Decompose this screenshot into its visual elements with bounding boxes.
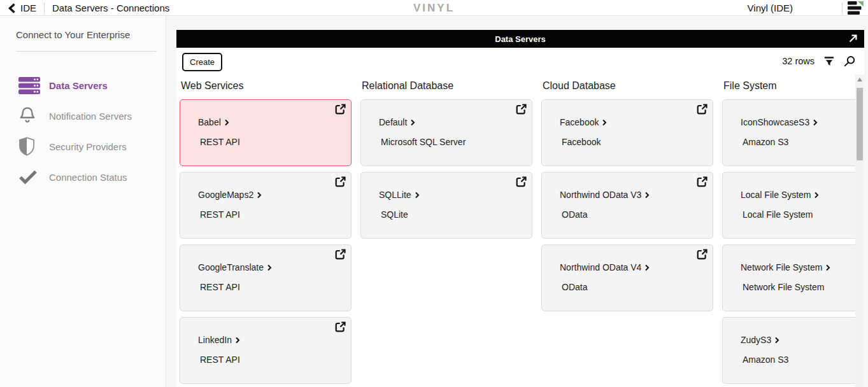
- column-file-system: File System IconShowcaseS3 Amazon S3 Loc…: [722, 74, 864, 387]
- card-zudys3[interactable]: ZudyS3 Amazon S3: [722, 317, 864, 384]
- column-cloud-database: Cloud Database Facebook Facebook Northwi…: [541, 74, 713, 387]
- sidebar-item-label: Connection Status: [49, 172, 127, 183]
- card-title[interactable]: Network File System: [741, 262, 822, 272]
- sidebar-nav: Data Servers Notification Servers Securi…: [0, 70, 166, 192]
- card-network-file-system[interactable]: Network File System Network File System: [722, 244, 864, 311]
- card-subtitle: Local File System: [743, 209, 864, 220]
- card-title[interactable]: GoogleMaps2: [198, 190, 253, 200]
- open-in-new-icon[interactable]: [697, 176, 708, 190]
- sidebar-item-label: Notification Servers: [49, 111, 132, 122]
- sidebar-item-security-providers[interactable]: Security Providers: [0, 131, 166, 162]
- card-local-file-system[interactable]: Local File System Local File System: [722, 172, 864, 239]
- chevron-right-icon: [813, 119, 818, 126]
- chevron-right-icon: [644, 192, 650, 199]
- chevron-right-icon: [644, 264, 650, 271]
- sidebar-divider: [16, 51, 157, 52]
- create-button[interactable]: Create: [182, 53, 222, 71]
- sidebar-heading: Connect to Your Enterprise: [16, 29, 166, 40]
- chevron-right-icon: [267, 264, 272, 271]
- card-subtitle: REST API: [200, 355, 343, 365]
- card-subtitle: OData: [562, 209, 705, 220]
- open-in-new-icon[interactable]: [516, 104, 527, 117]
- card-subtitle: Amazon S3: [743, 137, 864, 147]
- card-iconshowcases3[interactable]: IconShowcaseS3 Amazon S3: [722, 99, 864, 166]
- card-subtitle: OData: [562, 282, 705, 292]
- search-icon[interactable]: [844, 55, 855, 67]
- open-in-new-icon[interactable]: [335, 321, 346, 335]
- card-title[interactable]: Facebook: [560, 117, 599, 127]
- chevron-right-icon: [602, 119, 607, 126]
- chevron-right-icon: [825, 264, 830, 271]
- filter-icon[interactable]: [824, 56, 834, 66]
- toolbar-right-group: 32 rows: [782, 48, 855, 74]
- panel-header: Data Servers: [176, 30, 864, 48]
- chevron-right-icon: [774, 337, 779, 344]
- sidebar-item-data-servers[interactable]: Data Servers: [0, 70, 166, 101]
- card-subtitle: REST API: [200, 282, 343, 292]
- card-default[interactable]: Default Microsoft SQL Server: [360, 99, 532, 166]
- card-title[interactable]: Northwind OData V3: [560, 190, 641, 200]
- chevron-right-icon: [224, 119, 229, 126]
- card-subtitle: REST API: [200, 209, 343, 220]
- column-header: File System: [723, 80, 864, 91]
- card-title[interactable]: IconShowcaseS3: [741, 117, 809, 127]
- column-header: Relational Database: [362, 80, 532, 91]
- card-title[interactable]: Default: [379, 117, 407, 127]
- chevron-right-icon: [235, 337, 240, 344]
- chevron-right-icon: [415, 192, 420, 199]
- card-subtitle: Facebook: [562, 137, 705, 147]
- card-northwind-odata-v4[interactable]: Northwind OData V4 OData: [541, 244, 713, 311]
- toolbar: Create 32 rows: [176, 48, 864, 74]
- card-googlemaps2[interactable]: GoogleMaps2 REST API: [180, 172, 352, 239]
- data-servers-panel: Data Servers Create 32 rows: [176, 30, 864, 387]
- vertical-scrollbar[interactable]: [855, 74, 864, 387]
- column-header: Web Services: [181, 80, 352, 91]
- expand-icon[interactable]: [848, 34, 858, 46]
- card-subtitle: SQLite: [381, 209, 524, 220]
- app-context-label[interactable]: Vinyl (IDE): [748, 3, 793, 13]
- open-in-new-icon[interactable]: [516, 176, 527, 190]
- card-title[interactable]: ZudyS3: [741, 335, 771, 345]
- vinyl-wordmark: VINYL: [0, 2, 868, 15]
- card-title[interactable]: Babel: [198, 117, 221, 127]
- chevron-right-icon: [257, 192, 262, 199]
- connections-grid: Web Services Babel REST API GoogleMaps2 …: [176, 74, 864, 387]
- card-title[interactable]: Local File System: [741, 190, 811, 200]
- column-header: Cloud Database: [543, 80, 713, 91]
- card-subtitle: Microsoft SQL Server: [381, 137, 524, 147]
- card-googletranslate[interactable]: GoogleTranslate REST API: [180, 244, 352, 311]
- topbar-divider: [842, 3, 843, 13]
- column-web-services: Web Services Babel REST API GoogleMaps2 …: [180, 74, 352, 387]
- open-in-new-icon[interactable]: [697, 104, 708, 117]
- scrollbar-thumb[interactable]: [857, 88, 863, 160]
- card-subtitle: REST API: [200, 137, 343, 147]
- sidebar-item-label: Security Providers: [49, 141, 127, 152]
- sidebar: Connect to Your Enterprise Data Servers: [0, 16, 166, 387]
- check-icon: [18, 169, 41, 185]
- server-stack-icon: [18, 77, 41, 94]
- card-title[interactable]: LinkedIn: [198, 335, 232, 345]
- card-linkedin[interactable]: LinkedIn REST API: [180, 317, 352, 384]
- open-in-new-icon[interactable]: [335, 249, 346, 262]
- card-title[interactable]: Northwind OData V4: [560, 262, 641, 272]
- card-northwind-odata-v3[interactable]: Northwind OData V3 OData: [541, 172, 713, 239]
- scroll-up-arrow[interactable]: [855, 74, 864, 85]
- open-in-new-icon[interactable]: [697, 249, 708, 262]
- card-sqllite[interactable]: SQLLite SQLite: [360, 172, 532, 239]
- vinyl-logo-icon[interactable]: [848, 1, 864, 17]
- open-in-new-icon[interactable]: [335, 104, 346, 117]
- card-title[interactable]: GoogleTranslate: [198, 262, 264, 272]
- card-title[interactable]: SQLLite: [379, 190, 411, 200]
- card-babel[interactable]: Babel REST API: [180, 99, 352, 166]
- chevron-right-icon: [814, 192, 819, 199]
- sidebar-item-connection-status[interactable]: Connection Status: [0, 162, 166, 192]
- bell-icon: [18, 106, 41, 125]
- shield-icon: [18, 137, 41, 156]
- rows-count: 32 rows: [782, 56, 815, 66]
- sidebar-item-notification-servers[interactable]: Notification Servers: [0, 101, 166, 131]
- card-facebook[interactable]: Facebook Facebook: [541, 99, 713, 166]
- column-relational-database: Relational Database Default Microsoft SQ…: [360, 74, 532, 387]
- open-in-new-icon[interactable]: [335, 176, 346, 190]
- panel-title: Data Servers: [495, 34, 546, 44]
- top-bar: IDE Data Servers - Connections VINYL Vin…: [0, 0, 868, 16]
